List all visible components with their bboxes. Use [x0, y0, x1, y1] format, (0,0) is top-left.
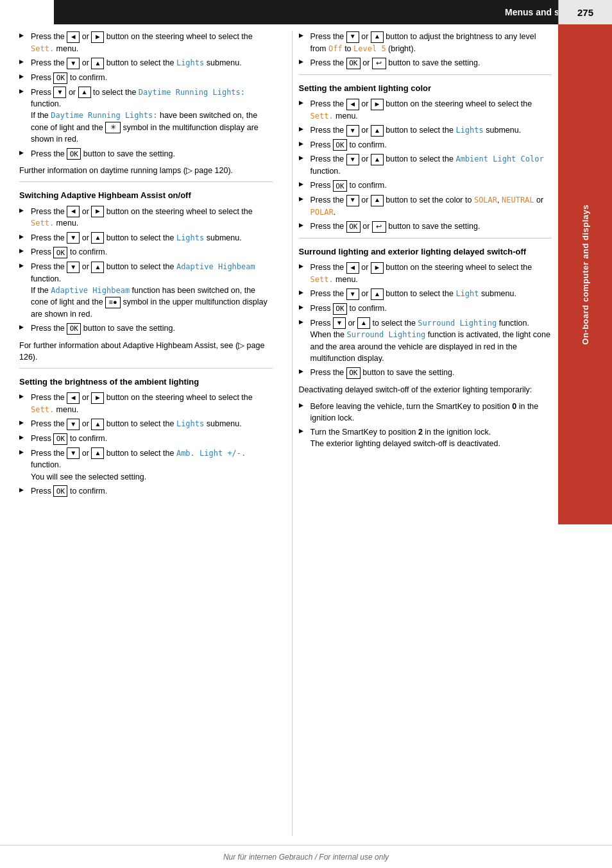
page-number-tab: 275 [558, 0, 612, 24]
menu-lights: Lights [455, 126, 483, 135]
list-item: Turn the SmartKey to position 2 in the i… [299, 426, 552, 449]
symbol-star: ✳ [105, 122, 121, 133]
level-off: Off [328, 44, 343, 53]
list-item: Press OK to confirm. [19, 246, 273, 258]
right-column: Press the ▼ or ▲ button to adjust the br… [292, 31, 552, 836]
btn-down: ▼ [346, 288, 359, 300]
btn-left-arrow: ◄ [346, 99, 359, 110]
divider [299, 238, 552, 238]
btn-ok: OK [333, 139, 347, 151]
list-item: Press the ▼ or ▲ button to select the Li… [299, 124, 552, 137]
btn-up: ▲ [371, 195, 384, 206]
section1-info: For further information about Adaptive H… [19, 340, 273, 363]
btn-up: ▲ [371, 288, 384, 300]
btn-ok: OK [333, 180, 347, 192]
menu-lights: Lights [176, 233, 204, 242]
btn-ok: OK [53, 72, 67, 84]
btn-right-arrow: ► [91, 31, 104, 43]
deactivate-list: Before leaving the vehicle, turn the Sma… [299, 401, 552, 450]
menu-sett: Sett. [31, 405, 54, 414]
list-item: Press the ▼ or ▲ button to select the Li… [19, 57, 273, 69]
btn-up: ▲ [91, 232, 104, 244]
list-item: Press the ◄ or ► button on the steering … [19, 392, 273, 415]
left-column: Press the ◄ or ► button on the steering … [19, 31, 279, 836]
content-area: Press the ◄ or ► button on the steering … [0, 24, 558, 842]
btn-down: ▼ [53, 87, 66, 98]
btn-ok: OK [67, 148, 81, 160]
section3-header: Setting the ambient lighting color [299, 83, 552, 94]
list-item: Press the OK button to save the setting. [19, 322, 273, 335]
menu-ambient-color: Ambient Light Color [455, 154, 543, 163]
list-item: Press the ◄ or ► button on the steering … [19, 31, 273, 54]
btn-right-arrow: ► [371, 99, 384, 110]
btn-down: ▼ [67, 447, 80, 459]
list-item: Press the ▼ or ▲ button to select the Li… [19, 418, 273, 430]
btn-up: ▲ [78, 87, 91, 98]
menu-sett: Sett. [310, 275, 334, 284]
list-item: Press OK to confirm. [299, 139, 552, 151]
btn-left-arrow: ◄ [67, 31, 80, 43]
page-number: 275 [577, 7, 593, 18]
btn-ok: OK [346, 367, 361, 379]
list-item: Press OK to confirm. [19, 485, 273, 497]
btn-left-arrow: ◄ [67, 392, 80, 404]
list-item: Press the OK button to save the setting. [299, 367, 552, 379]
list-item: Press the ▼ or ▲ button to select the Li… [19, 232, 273, 244]
btn-down: ▼ [67, 262, 80, 273]
menu-adaptive: Adaptive Highbeam [176, 262, 255, 271]
btn-ok: OK [333, 303, 347, 315]
menu-lights: Lights [176, 58, 204, 67]
color-polar: POLAR [310, 208, 334, 217]
btn-down: ▼ [346, 154, 359, 165]
list-item: Press the ▼ or ▲ button to select the Am… [299, 153, 552, 177]
btn-ok: OK [346, 58, 361, 69]
menu-sett: Sett. [31, 44, 54, 53]
list-item: Press OK to confirm. [19, 72, 273, 84]
header-bar: Menus and submenus [54, 0, 612, 24]
btn-right-arrow: ► [91, 206, 104, 217]
section4-list: Press the ◄ or ► button on the steering … [299, 262, 552, 379]
footer: Nur für internen Gebrauch / For internal… [0, 845, 612, 868]
btn-up: ▲ [371, 125, 384, 137]
divider [299, 74, 552, 75]
btn-down: ▼ [346, 125, 359, 137]
menu-drl: Daytime Running Lights: [139, 88, 245, 97]
divider [19, 368, 273, 369]
menu-amb-light: Amb. Light +/-. [176, 449, 246, 458]
ref-surround: Surround Lighting [346, 330, 425, 339]
btn-ok: OK [67, 323, 81, 335]
btn-up: ▲ [371, 31, 384, 43]
intro-info: Further information on daytime running l… [19, 165, 273, 176]
list-item: Press ▼ or ▲ to select the Daytime Runni… [19, 87, 273, 146]
btn-down: ▼ [346, 31, 359, 43]
btn-down: ▼ [67, 232, 80, 244]
intro-list: Press the ◄ or ► button on the steering … [19, 31, 273, 160]
btn-ok: OK [346, 221, 361, 233]
list-item: Press ▼ or ▲ to select the Surround Ligh… [299, 317, 552, 364]
menu-sett: Sett. [310, 112, 334, 121]
ref-drl: Daytime Running Lights: [51, 111, 157, 120]
list-item: Press the OK or ↩ button to save the set… [299, 221, 552, 233]
color-neutral: NEUTRAL [502, 196, 534, 204]
side-tab: On-board computer and displays [558, 24, 612, 524]
list-item: Press the ▼ or ▲ button to select the Am… [19, 447, 273, 483]
btn-down: ▼ [346, 195, 359, 206]
list-item: Press the ◄ or ► button on the steering … [19, 206, 273, 230]
btn-up: ▲ [371, 154, 384, 165]
list-item: Press OK to confirm. [299, 303, 552, 315]
btn-ok: OK [53, 247, 67, 258]
section4-header: Surround lighting and exterior lighting … [299, 246, 552, 258]
section3-list: Press the ◄ or ► button on the steering … [299, 98, 552, 233]
list-item: Press the ◄ or ► button on the steering … [299, 98, 552, 122]
list-item: Press OK to confirm. [299, 179, 552, 192]
btn-back: ↩ [372, 58, 386, 69]
deactivate-intro: Deactivating delayed switch-off of the e… [299, 384, 552, 396]
list-item: Press the ▼ or ▲ button to select the Li… [299, 288, 552, 300]
btn-right-arrow: ► [91, 392, 104, 404]
section1-header: Switching Adaptive Highbeam Assist on/of… [19, 190, 273, 201]
list-item: Press the ◄ or ► button on the steering … [299, 262, 552, 285]
page-container: Menus and submenus 275 On-board computer… [0, 0, 612, 868]
list-item: Press the ▼ or ▲ button to select the Ad… [19, 261, 273, 320]
menu-light: Light [455, 289, 479, 298]
symbol-highbeam: ≡● [105, 297, 121, 308]
